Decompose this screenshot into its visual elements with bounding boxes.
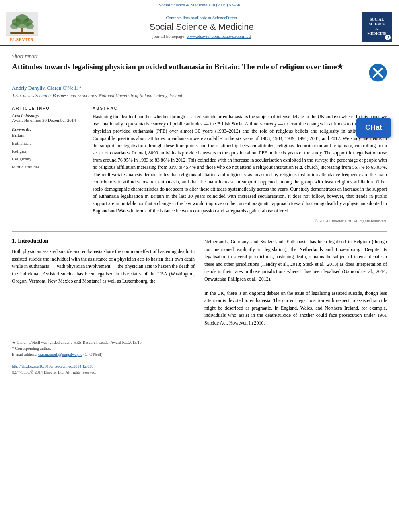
history-label: Article history: xyxy=(12,113,84,118)
doi-link-section: http://dx.doi.org/10.1016/j.socscimed.20… xyxy=(0,362,399,370)
crossmark-badge: CrossMark xyxy=(369,64,387,82)
keyword-religion: Religion xyxy=(12,148,84,156)
history-value: Available online 30 December 2014 xyxy=(12,118,84,123)
article-body-grid: ARTICLE INFO Article history: Available … xyxy=(12,103,387,223)
abstract-heading: ABSTRACT xyxy=(93,106,387,111)
keywords-group: Keywords: Britain Euthanasia Religion Re… xyxy=(12,127,84,171)
introduction-right: Netherlands, Germany, and Switzerland. E… xyxy=(204,238,387,327)
elsevier-brand-name: ELSEVIER xyxy=(10,37,34,42)
affiliation-line: J.E. Cairnes School of Business and Econ… xyxy=(12,93,387,98)
journal-reference: Social Science & Medicine 128 (2015) 52–… xyxy=(159,2,240,7)
keyword-religiosity: Religiosity xyxy=(12,155,84,163)
abstract-column: ABSTRACT Hastening the death of another … xyxy=(93,103,387,223)
journal-header: ELSEVIER Contents lists available at Sci… xyxy=(0,8,399,46)
journal-logo-box: SOCIALSCIENCE&MEDICINE ↺ xyxy=(362,12,392,42)
footnote-section: ★ Ciaran O'Neill was funded under a HRB … xyxy=(0,335,399,362)
svg-point-6 xyxy=(26,23,34,29)
authors-line: Andriy Danyliv, Ciaran O'Neill * xyxy=(12,85,387,91)
copyright-line: © 2014 Elsevier Ltd. All rights reserved… xyxy=(93,218,387,223)
keywords-label: Keywords: xyxy=(12,127,84,131)
footnote-corresponding: * Corresponding author. xyxy=(12,345,387,351)
journal-homepage: journal homepage: www.elsevier.com/locat… xyxy=(152,34,251,39)
introduction-right-text-1: Netherlands, Germany, and Switzerland. E… xyxy=(204,238,387,283)
journal-title: Social Science & Medicine xyxy=(149,22,253,32)
report-type-label: Short report xyxy=(12,53,387,60)
sciencedirect-line: Contents lists available at ScienceDirec… xyxy=(166,15,237,20)
article-info-column: ARTICLE INFO Article history: Available … xyxy=(12,103,84,223)
journal-center-info: Contents lists available at ScienceDirec… xyxy=(48,12,355,42)
introduction-left-text: Both physician assisted suicide and euth… xyxy=(12,248,195,285)
introduction-right-text-2: In the UK, there is an ongoing debate on… xyxy=(204,290,387,327)
introduction-section: 1. Introduction Both physician assisted … xyxy=(0,238,399,327)
keywords-list: Britain Euthanasia Religion Religiosity … xyxy=(12,131,84,171)
article-info-heading: ARTICLE INFO xyxy=(12,106,84,111)
article-history-group: Article history: Available online 30 Dec… xyxy=(12,113,84,123)
sciencedirect-link[interactable]: ScienceDirect xyxy=(212,15,237,20)
elsevier-tree-graphic xyxy=(6,12,38,36)
footer-copyright: 0277-9536/© 2014 Elsevier Ltd. All right… xyxy=(0,370,399,378)
svg-rect-8 xyxy=(10,32,34,34)
keyword-public-attitudes: Public attitudes xyxy=(12,163,84,171)
journal-logo-right: SOCIALSCIENCE&MEDICINE ↺ xyxy=(359,12,395,42)
doi-link[interactable]: http://dx.doi.org/10.1016/j.socscimed.20… xyxy=(12,364,93,368)
svg-text:CrossMark: CrossMark xyxy=(373,79,383,81)
article-title-block: Attitudes towards legalising physician p… xyxy=(12,62,387,82)
homepage-url[interactable]: www.elsevier.com/locate/socscimed xyxy=(187,34,251,39)
footnote-email: E-mail address: ciaran.oneill@nuigalway.… xyxy=(12,351,387,357)
svg-point-5 xyxy=(10,23,19,29)
email-link[interactable]: ciaran.oneill@nuigalway.ie xyxy=(38,352,82,357)
introduction-left: 1. Introduction Both physician assisted … xyxy=(12,238,195,327)
elsevier-logo-section: ELSEVIER xyxy=(4,12,44,42)
journal-reference-bar: Social Science & Medicine 128 (2015) 52–… xyxy=(0,0,399,8)
main-content: Short report Attitudes towards legalisin… xyxy=(0,46,399,231)
chat-button[interactable]: CHat xyxy=(356,118,391,138)
abstract-text: Hastening the death of another whether t… xyxy=(93,113,387,214)
introduction-heading: 1. Introduction xyxy=(12,238,195,244)
article-title-text: Attitudes towards legalising physician p… xyxy=(12,62,365,72)
keyword-euthanasia: Euthanasia xyxy=(12,140,84,148)
footnote-star: ★ Ciaran O'Neill was funded under a HRB … xyxy=(12,339,387,345)
keyword-britain: Britain xyxy=(12,131,84,140)
refresh-icon: ↺ xyxy=(385,35,391,40)
